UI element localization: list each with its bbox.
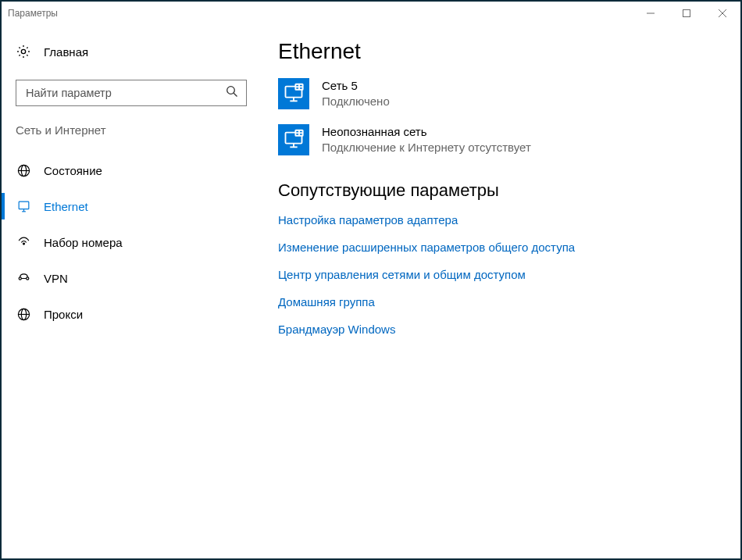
search-icon — [226, 85, 238, 101]
minimize-button[interactable] — [633, 2, 669, 25]
svg-rect-1 — [683, 10, 690, 17]
category-label: Сеть и Интернет — [2, 123, 259, 137]
svg-point-15 — [26, 276, 28, 279]
sidebar-item-label: Состояние — [44, 164, 102, 177]
svg-point-4 — [21, 49, 25, 53]
network-item[interactable]: Неопознанная сеть Подключение к Интернет… — [278, 124, 722, 156]
sidebar-item-label: VPN — [44, 272, 68, 285]
svg-rect-10 — [19, 202, 29, 209]
titlebar: Параметры — [2, 2, 740, 25]
sidebar-item-ethernet[interactable]: Ethernet — [2, 188, 259, 224]
globe-icon — [16, 163, 31, 178]
search-box[interactable] — [16, 80, 247, 106]
related-links: Настройка параметров адаптера Изменение … — [278, 213, 722, 336]
search-input[interactable] — [24, 86, 226, 100]
network-status: Подключено — [322, 94, 390, 109]
link-network-center[interactable]: Центр управления сетями и общим доступом — [278, 268, 722, 281]
link-homegroup[interactable]: Домашняя группа — [278, 295, 722, 309]
link-adapter-settings[interactable]: Настройка параметров адаптера — [278, 213, 722, 226]
network-status: Подключение к Интернету отсутствует — [322, 140, 531, 155]
link-firewall[interactable]: Брандмауэр Windows — [278, 323, 722, 336]
maximize-button[interactable] — [669, 2, 705, 25]
svg-line-6 — [234, 93, 237, 96]
related-settings-title: Сопутствующие параметры — [278, 180, 722, 201]
network-name: Сеть 5 — [322, 78, 390, 94]
sidebar-item-label: Прокси — [44, 308, 83, 321]
svg-point-5 — [227, 87, 235, 95]
vpn-icon — [16, 271, 31, 286]
page-title: Ethernet — [278, 39, 722, 64]
window-title: Параметры — [8, 8, 633, 19]
monitor-icon — [278, 78, 309, 109]
sidebar-nav: Состояние Ethernet Набор номера — [2, 152, 259, 332]
home-label: Главная — [44, 45, 88, 59]
home-button[interactable]: Главная — [2, 39, 259, 64]
sidebar: Главная Сеть и Интернет Состояние — [2, 25, 259, 558]
sidebar-item-label: Ethernet — [44, 200, 88, 213]
sidebar-item-status[interactable]: Состояние — [2, 152, 259, 188]
ethernet-icon — [16, 199, 31, 214]
gear-icon — [16, 44, 31, 59]
network-name: Неопознанная сеть — [322, 124, 531, 140]
dialup-icon — [16, 235, 31, 250]
svg-point-14 — [19, 276, 21, 279]
sidebar-item-vpn[interactable]: VPN — [2, 260, 259, 296]
sidebar-item-label: Набор номера — [44, 236, 123, 249]
sidebar-item-proxy[interactable]: Прокси — [2, 296, 259, 332]
svg-point-13 — [23, 243, 24, 244]
main-panel: Ethernet Сеть 5 Подключено Не — [259, 25, 740, 558]
sidebar-item-dialup[interactable]: Набор номера — [2, 224, 259, 260]
network-item[interactable]: Сеть 5 Подключено — [278, 78, 722, 110]
link-advanced-sharing[interactable]: Изменение расширенных параметров общего … — [278, 241, 722, 254]
close-button[interactable] — [705, 2, 740, 25]
monitor-icon — [278, 124, 309, 155]
proxy-icon — [16, 307, 31, 322]
